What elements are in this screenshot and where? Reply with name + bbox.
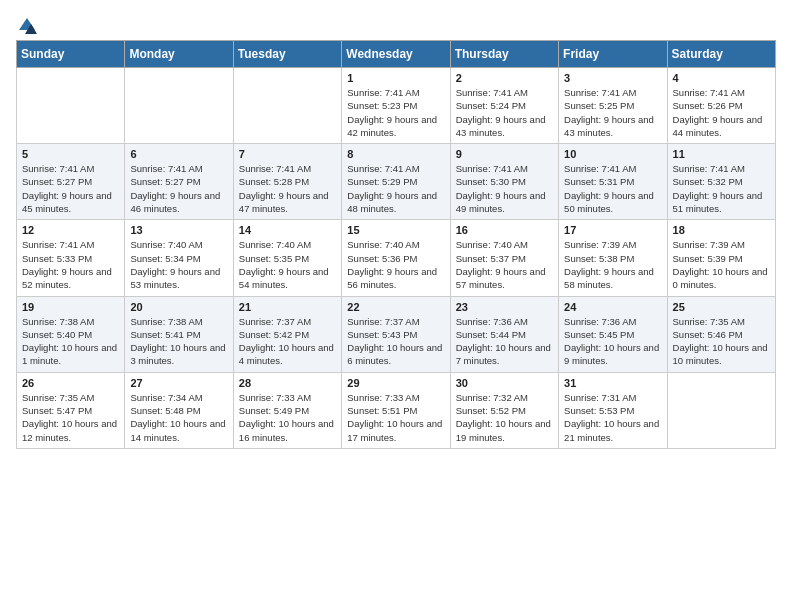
day-info: Sunrise: 7:41 AM Sunset: 5:30 PM Dayligh… [456, 162, 553, 215]
calendar-week-row: 1Sunrise: 7:41 AM Sunset: 5:23 PM Daylig… [17, 68, 776, 144]
day-info: Sunrise: 7:39 AM Sunset: 5:38 PM Dayligh… [564, 238, 661, 291]
calendar-week-row: 5Sunrise: 7:41 AM Sunset: 5:27 PM Daylig… [17, 144, 776, 220]
day-number: 19 [22, 301, 119, 313]
day-number: 12 [22, 224, 119, 236]
day-number: 6 [130, 148, 227, 160]
day-info: Sunrise: 7:38 AM Sunset: 5:40 PM Dayligh… [22, 315, 119, 368]
day-info: Sunrise: 7:41 AM Sunset: 5:24 PM Dayligh… [456, 86, 553, 139]
calendar-cell: 30Sunrise: 7:32 AM Sunset: 5:52 PM Dayli… [450, 372, 558, 448]
calendar-cell: 17Sunrise: 7:39 AM Sunset: 5:38 PM Dayli… [559, 220, 667, 296]
day-info: Sunrise: 7:41 AM Sunset: 5:27 PM Dayligh… [130, 162, 227, 215]
calendar-cell: 26Sunrise: 7:35 AM Sunset: 5:47 PM Dayli… [17, 372, 125, 448]
calendar-cell: 6Sunrise: 7:41 AM Sunset: 5:27 PM Daylig… [125, 144, 233, 220]
day-number: 30 [456, 377, 553, 389]
calendar-cell: 27Sunrise: 7:34 AM Sunset: 5:48 PM Dayli… [125, 372, 233, 448]
day-info: Sunrise: 7:35 AM Sunset: 5:46 PM Dayligh… [673, 315, 770, 368]
day-number: 8 [347, 148, 444, 160]
weekday-header-thursday: Thursday [450, 41, 558, 68]
calendar-table: SundayMondayTuesdayWednesdayThursdayFrid… [16, 40, 776, 449]
day-number: 3 [564, 72, 661, 84]
day-info: Sunrise: 7:40 AM Sunset: 5:37 PM Dayligh… [456, 238, 553, 291]
calendar-cell: 18Sunrise: 7:39 AM Sunset: 5:39 PM Dayli… [667, 220, 775, 296]
day-number: 1 [347, 72, 444, 84]
day-info: Sunrise: 7:41 AM Sunset: 5:28 PM Dayligh… [239, 162, 336, 215]
day-info: Sunrise: 7:41 AM Sunset: 5:27 PM Dayligh… [22, 162, 119, 215]
day-info: Sunrise: 7:41 AM Sunset: 5:33 PM Dayligh… [22, 238, 119, 291]
day-number: 27 [130, 377, 227, 389]
day-number: 20 [130, 301, 227, 313]
calendar-cell: 1Sunrise: 7:41 AM Sunset: 5:23 PM Daylig… [342, 68, 450, 144]
weekday-header-wednesday: Wednesday [342, 41, 450, 68]
day-number: 31 [564, 377, 661, 389]
day-number: 26 [22, 377, 119, 389]
calendar-cell: 13Sunrise: 7:40 AM Sunset: 5:34 PM Dayli… [125, 220, 233, 296]
day-number: 25 [673, 301, 770, 313]
page-header [16, 16, 776, 30]
day-info: Sunrise: 7:33 AM Sunset: 5:49 PM Dayligh… [239, 391, 336, 444]
calendar-cell: 22Sunrise: 7:37 AM Sunset: 5:43 PM Dayli… [342, 296, 450, 372]
calendar-cell: 5Sunrise: 7:41 AM Sunset: 5:27 PM Daylig… [17, 144, 125, 220]
calendar-cell: 3Sunrise: 7:41 AM Sunset: 5:25 PM Daylig… [559, 68, 667, 144]
calendar-cell: 4Sunrise: 7:41 AM Sunset: 5:26 PM Daylig… [667, 68, 775, 144]
day-number: 4 [673, 72, 770, 84]
calendar-cell [17, 68, 125, 144]
calendar-cell: 12Sunrise: 7:41 AM Sunset: 5:33 PM Dayli… [17, 220, 125, 296]
day-info: Sunrise: 7:41 AM Sunset: 5:26 PM Dayligh… [673, 86, 770, 139]
calendar-cell: 25Sunrise: 7:35 AM Sunset: 5:46 PM Dayli… [667, 296, 775, 372]
calendar-cell: 29Sunrise: 7:33 AM Sunset: 5:51 PM Dayli… [342, 372, 450, 448]
day-number: 17 [564, 224, 661, 236]
calendar-cell: 10Sunrise: 7:41 AM Sunset: 5:31 PM Dayli… [559, 144, 667, 220]
logo [16, 16, 38, 30]
day-info: Sunrise: 7:40 AM Sunset: 5:34 PM Dayligh… [130, 238, 227, 291]
day-info: Sunrise: 7:41 AM Sunset: 5:32 PM Dayligh… [673, 162, 770, 215]
calendar-cell: 21Sunrise: 7:37 AM Sunset: 5:42 PM Dayli… [233, 296, 341, 372]
day-number: 11 [673, 148, 770, 160]
calendar-cell: 31Sunrise: 7:31 AM Sunset: 5:53 PM Dayli… [559, 372, 667, 448]
day-info: Sunrise: 7:41 AM Sunset: 5:23 PM Dayligh… [347, 86, 444, 139]
calendar-week-row: 26Sunrise: 7:35 AM Sunset: 5:47 PM Dayli… [17, 372, 776, 448]
calendar-header-row: SundayMondayTuesdayWednesdayThursdayFrid… [17, 41, 776, 68]
calendar-cell: 19Sunrise: 7:38 AM Sunset: 5:40 PM Dayli… [17, 296, 125, 372]
day-number: 22 [347, 301, 444, 313]
day-number: 16 [456, 224, 553, 236]
day-info: Sunrise: 7:39 AM Sunset: 5:39 PM Dayligh… [673, 238, 770, 291]
day-number: 23 [456, 301, 553, 313]
day-info: Sunrise: 7:40 AM Sunset: 5:35 PM Dayligh… [239, 238, 336, 291]
calendar-cell: 9Sunrise: 7:41 AM Sunset: 5:30 PM Daylig… [450, 144, 558, 220]
calendar-cell: 11Sunrise: 7:41 AM Sunset: 5:32 PM Dayli… [667, 144, 775, 220]
day-info: Sunrise: 7:37 AM Sunset: 5:43 PM Dayligh… [347, 315, 444, 368]
calendar-cell: 8Sunrise: 7:41 AM Sunset: 5:29 PM Daylig… [342, 144, 450, 220]
calendar-cell: 16Sunrise: 7:40 AM Sunset: 5:37 PM Dayli… [450, 220, 558, 296]
day-number: 29 [347, 377, 444, 389]
day-info: Sunrise: 7:36 AM Sunset: 5:45 PM Dayligh… [564, 315, 661, 368]
calendar-cell [667, 372, 775, 448]
day-number: 10 [564, 148, 661, 160]
day-info: Sunrise: 7:37 AM Sunset: 5:42 PM Dayligh… [239, 315, 336, 368]
calendar-cell: 15Sunrise: 7:40 AM Sunset: 5:36 PM Dayli… [342, 220, 450, 296]
calendar-cell: 23Sunrise: 7:36 AM Sunset: 5:44 PM Dayli… [450, 296, 558, 372]
weekday-header-friday: Friday [559, 41, 667, 68]
weekday-header-saturday: Saturday [667, 41, 775, 68]
day-number: 5 [22, 148, 119, 160]
day-number: 18 [673, 224, 770, 236]
calendar-week-row: 19Sunrise: 7:38 AM Sunset: 5:40 PM Dayli… [17, 296, 776, 372]
day-number: 21 [239, 301, 336, 313]
day-number: 28 [239, 377, 336, 389]
day-info: Sunrise: 7:32 AM Sunset: 5:52 PM Dayligh… [456, 391, 553, 444]
day-number: 13 [130, 224, 227, 236]
calendar-week-row: 12Sunrise: 7:41 AM Sunset: 5:33 PM Dayli… [17, 220, 776, 296]
day-number: 14 [239, 224, 336, 236]
calendar-cell: 24Sunrise: 7:36 AM Sunset: 5:45 PM Dayli… [559, 296, 667, 372]
day-info: Sunrise: 7:34 AM Sunset: 5:48 PM Dayligh… [130, 391, 227, 444]
calendar-cell [233, 68, 341, 144]
calendar-cell: 28Sunrise: 7:33 AM Sunset: 5:49 PM Dayli… [233, 372, 341, 448]
day-info: Sunrise: 7:40 AM Sunset: 5:36 PM Dayligh… [347, 238, 444, 291]
calendar-cell: 7Sunrise: 7:41 AM Sunset: 5:28 PM Daylig… [233, 144, 341, 220]
day-info: Sunrise: 7:41 AM Sunset: 5:25 PM Dayligh… [564, 86, 661, 139]
day-info: Sunrise: 7:35 AM Sunset: 5:47 PM Dayligh… [22, 391, 119, 444]
weekday-header-sunday: Sunday [17, 41, 125, 68]
weekday-header-tuesday: Tuesday [233, 41, 341, 68]
day-info: Sunrise: 7:38 AM Sunset: 5:41 PM Dayligh… [130, 315, 227, 368]
day-info: Sunrise: 7:33 AM Sunset: 5:51 PM Dayligh… [347, 391, 444, 444]
day-number: 24 [564, 301, 661, 313]
